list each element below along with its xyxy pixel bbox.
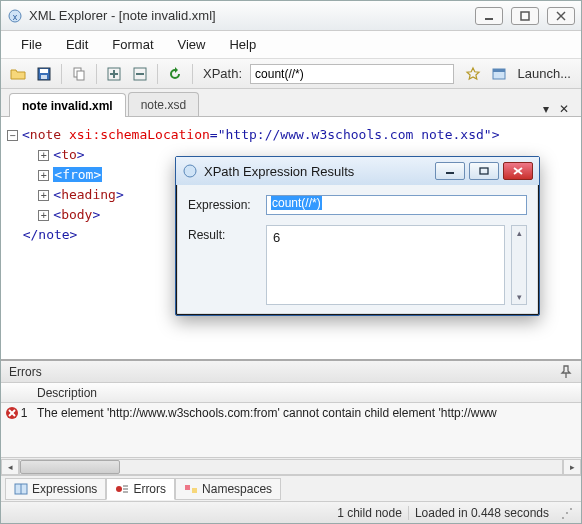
- separator: [192, 64, 193, 84]
- dialog-minimize[interactable]: [435, 162, 465, 180]
- tab-label: note invalid.xml: [22, 99, 113, 113]
- menu-view[interactable]: View: [168, 33, 216, 56]
- xpath-input[interactable]: [250, 64, 453, 84]
- result-scrollbar[interactable]: ▴ ▾: [511, 225, 527, 305]
- save-button[interactable]: [33, 63, 55, 85]
- h-scrollbar[interactable]: ◂ ▸: [1, 457, 581, 475]
- expand-all-button[interactable]: [103, 63, 125, 85]
- expand-icon[interactable]: +: [38, 150, 49, 161]
- separator: [157, 64, 158, 84]
- status-loaded: Loaded in 0.448 seconds: [408, 506, 555, 520]
- document-tabs: note invalid.xml note.xsd ▾ ✕: [1, 89, 581, 117]
- errors-header: Errors: [1, 361, 581, 383]
- minimize-button[interactable]: [475, 7, 503, 25]
- expand-icon[interactable]: +: [38, 170, 49, 181]
- open-button[interactable]: [7, 63, 29, 85]
- btab-label: Expressions: [32, 482, 97, 496]
- btab-label: Namespaces: [202, 482, 272, 496]
- selected-node: <from>: [53, 167, 102, 182]
- attr-value: "http://www.w3schools.com note.xsd": [218, 127, 492, 142]
- maximize-button[interactable]: [511, 7, 539, 25]
- btab-namespaces[interactable]: Namespaces: [175, 478, 281, 500]
- col-description[interactable]: Description: [31, 386, 581, 400]
- result-box[interactable]: 6: [266, 225, 505, 305]
- window-title: XML Explorer - [note invalid.xml]: [29, 8, 475, 23]
- dialog-controls: [435, 162, 533, 180]
- scroll-left[interactable]: ◂: [1, 459, 19, 475]
- dialog-title: XPath Expression Results: [204, 164, 435, 179]
- close-button[interactable]: [547, 7, 575, 25]
- titlebar: x XML Explorer - [note invalid.xml]: [1, 1, 581, 31]
- expression-label: Expression:: [188, 195, 260, 212]
- dialog-close[interactable]: [503, 162, 533, 180]
- scroll-track[interactable]: [19, 459, 563, 475]
- tab-dropdown[interactable]: ▾: [539, 102, 553, 116]
- launch-icon[interactable]: [488, 63, 510, 85]
- expand-icon[interactable]: +: [38, 190, 49, 201]
- xpath-label: XPath:: [203, 66, 242, 81]
- svg-text:x: x: [13, 12, 18, 22]
- svg-rect-7: [40, 69, 48, 73]
- app-icon: x: [7, 8, 23, 24]
- dialog-body: Expression: count(//*) Result: 6 ▴ ▾: [176, 185, 539, 315]
- tab-note-xsd[interactable]: note.xsd: [128, 92, 199, 116]
- errors-table: Description 1 The element 'http://www.w3…: [1, 383, 581, 457]
- btab-label: Errors: [133, 482, 166, 496]
- book-icon: [14, 482, 28, 496]
- result-value: 6: [273, 230, 280, 245]
- copy-button[interactable]: [68, 63, 90, 85]
- menu-file[interactable]: File: [11, 33, 52, 56]
- btab-expressions[interactable]: Expressions: [5, 478, 106, 500]
- expression-value: count(//*): [271, 196, 322, 210]
- error-badge: 1: [1, 406, 31, 420]
- expand-icon[interactable]: +: [38, 210, 49, 221]
- xpath-results-dialog[interactable]: XPath Expression Results Expression: cou…: [175, 156, 540, 316]
- menu-help[interactable]: Help: [219, 33, 266, 56]
- attr-schemalocation: xsi:schemaLocation: [69, 127, 210, 142]
- separator: [96, 64, 97, 84]
- status-nodes: 1 child node: [331, 506, 408, 520]
- xml-root-line[interactable]: −<note xsi:schemaLocation="http://www.w3…: [7, 125, 575, 145]
- svg-rect-27: [185, 485, 190, 490]
- tab-note-invalid[interactable]: note invalid.xml: [9, 93, 126, 117]
- svg-rect-31: [480, 168, 488, 174]
- pin-icon[interactable]: [559, 365, 573, 379]
- collapse-all-button[interactable]: [129, 63, 151, 85]
- errors-columns: Description: [1, 383, 581, 403]
- svg-rect-10: [77, 71, 84, 80]
- scroll-up[interactable]: ▴: [517, 226, 522, 240]
- refresh-button[interactable]: [164, 63, 186, 85]
- menu-edit[interactable]: Edit: [56, 33, 98, 56]
- namespace-icon: [184, 482, 198, 496]
- favorite-button[interactable]: [462, 63, 484, 85]
- scroll-right[interactable]: ▸: [563, 459, 581, 475]
- btab-errors[interactable]: Errors: [106, 478, 175, 500]
- resize-grip[interactable]: ⋰: [561, 506, 573, 520]
- separator: [61, 64, 62, 84]
- error-row[interactable]: 1 The element 'http://www.w3schools.com:…: [1, 403, 581, 423]
- dialog-maximize[interactable]: [469, 162, 499, 180]
- errors-panel: Errors Description 1 The element 'http:/…: [1, 360, 581, 475]
- error-text: The element 'http://www.w3schools.com:fr…: [31, 406, 581, 420]
- dialog-icon: [182, 163, 198, 179]
- svg-point-23: [116, 486, 122, 492]
- scroll-thumb[interactable]: [20, 460, 120, 474]
- expression-input[interactable]: count(//*): [266, 195, 527, 215]
- tag-note: note: [30, 127, 61, 142]
- statusbar: 1 child node Loaded in 0.448 seconds ⋰: [1, 501, 581, 523]
- window-controls: [475, 7, 575, 25]
- scroll-down[interactable]: ▾: [517, 290, 522, 304]
- collapse-icon[interactable]: −: [7, 130, 18, 141]
- toolbar: XPath: Launch...: [1, 59, 581, 89]
- tab-close[interactable]: ✕: [557, 102, 571, 116]
- errors-title: Errors: [9, 365, 42, 379]
- menu-format[interactable]: Format: [102, 33, 163, 56]
- svg-rect-3: [521, 12, 529, 20]
- bottom-tabs: Expressions Errors Namespaces: [1, 475, 581, 501]
- result-label: Result:: [188, 225, 260, 242]
- svg-point-29: [184, 165, 196, 177]
- dialog-titlebar[interactable]: XPath Expression Results: [176, 157, 539, 185]
- svg-rect-28: [192, 488, 197, 493]
- error-num: 1: [21, 406, 28, 420]
- launch-label[interactable]: Launch...: [518, 66, 572, 81]
